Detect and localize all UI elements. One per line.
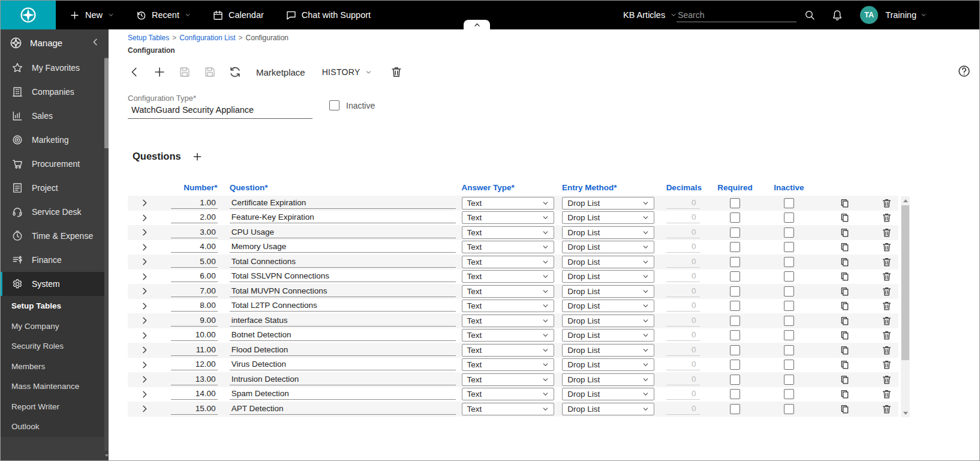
delete-icon[interactable]	[881, 256, 892, 268]
number-field[interactable]: 8.00	[171, 300, 218, 312]
copy-icon[interactable]	[839, 227, 850, 238]
question-field[interactable]: Intrusion Detection	[230, 374, 456, 385]
scroll-down-icon[interactable]	[901, 409, 910, 417]
entry-method-select[interactable]: Drop List	[562, 373, 654, 386]
copy-icon[interactable]	[839, 388, 850, 400]
row-expander[interactable]	[140, 331, 149, 340]
row-expander[interactable]	[140, 345, 149, 355]
sidebar-item-project[interactable]: Project	[1, 176, 109, 200]
required-checkbox[interactable]	[730, 375, 740, 385]
entry-method-select[interactable]: Drop List	[562, 329, 654, 342]
question-field[interactable]: Certificate Expiration	[230, 197, 456, 209]
number-field[interactable]: 10.00	[171, 330, 218, 341]
sidebar-subitem-setup-tables[interactable]: Setup Tables	[1, 296, 109, 316]
copy-icon[interactable]	[839, 374, 850, 385]
number-field[interactable]: 11.00	[171, 345, 218, 356]
breadcrumb-configuration-list[interactable]: Configuration List	[179, 34, 235, 42]
copy-icon[interactable]	[839, 286, 850, 297]
sidebar-item-finance[interactable]: Finance	[1, 248, 109, 272]
save-and-close-button[interactable]	[203, 65, 217, 79]
back-button[interactable]	[128, 65, 141, 79]
question-field[interactable]: Botnet Detection	[230, 330, 456, 341]
entry-method-select[interactable]: Drop List	[562, 315, 654, 327]
inactive-checkbox[interactable]	[784, 375, 794, 385]
copy-icon[interactable]	[839, 197, 850, 209]
inactive-checkbox[interactable]	[784, 257, 794, 267]
answer-type-select[interactable]: Text	[462, 226, 555, 239]
inactive-checkbox[interactable]	[784, 345, 794, 355]
answer-type-select[interactable]: Text	[462, 197, 555, 209]
delete-icon[interactable]	[881, 345, 892, 356]
number-field[interactable]: 3.00	[171, 227, 218, 238]
breadcrumb-setup-tables[interactable]: Setup Tables	[128, 34, 169, 42]
delete-icon[interactable]	[881, 271, 892, 282]
answer-type-select[interactable]: Text	[462, 315, 555, 327]
inactive-checkbox[interactable]	[784, 198, 794, 208]
required-checkbox[interactable]	[730, 345, 740, 355]
row-expander[interactable]	[140, 316, 149, 325]
answer-type-select[interactable]: Text	[462, 373, 555, 386]
delete-icon[interactable]	[881, 197, 892, 209]
table-scrollbar[interactable]	[901, 196, 910, 417]
entry-method-select[interactable]: Drop List	[562, 241, 654, 253]
question-field[interactable]: Total L2TP Connections	[230, 300, 456, 312]
chat-with-support-button[interactable]: Chat with Support	[285, 10, 371, 21]
row-expander[interactable]	[140, 213, 149, 223]
inactive-checkbox[interactable]	[784, 330, 794, 340]
required-checkbox[interactable]	[730, 404, 740, 414]
inactive-checkbox[interactable]	[784, 404, 794, 414]
sidebar-item-marketing[interactable]: Marketing	[1, 128, 109, 152]
delete-icon[interactable]	[881, 359, 892, 370]
entry-method-select[interactable]: Drop List	[562, 358, 654, 371]
answer-type-select[interactable]: Text	[462, 388, 555, 400]
delete-record-button[interactable]	[390, 65, 403, 79]
question-field[interactable]: Feature-Key Expiration	[230, 212, 456, 223]
number-field[interactable]: 7.00	[171, 286, 218, 297]
required-checkbox[interactable]	[730, 360, 740, 370]
required-checkbox[interactable]	[730, 212, 740, 223]
sidebar-subitem-report-writer[interactable]: Report Writer	[1, 397, 109, 417]
collapse-sidebar-button[interactable]	[91, 37, 101, 48]
recent-menu[interactable]: Recent	[136, 10, 191, 21]
row-expander[interactable]	[140, 243, 149, 252]
sidebar-item-time-expense[interactable]: Time & Expense	[1, 224, 109, 248]
question-field[interactable]: Flood Detection	[230, 345, 456, 356]
row-expander[interactable]	[140, 375, 149, 384]
search-icon[interactable]	[804, 9, 816, 21]
required-checkbox[interactable]	[730, 316, 740, 326]
number-field[interactable]: 13.00	[171, 374, 218, 385]
required-checkbox[interactable]	[730, 227, 740, 238]
inactive-checkbox[interactable]	[784, 301, 794, 311]
row-expander[interactable]	[140, 198, 149, 208]
question-field[interactable]: Memory Usage	[230, 241, 456, 253]
copy-icon[interactable]	[839, 315, 850, 327]
delete-icon[interactable]	[881, 300, 892, 312]
required-checkbox[interactable]	[730, 198, 740, 208]
sidebar-item-companies[interactable]: Companies	[1, 80, 109, 104]
delete-icon[interactable]	[881, 403, 892, 415]
delete-icon[interactable]	[881, 315, 892, 327]
inactive-checkbox[interactable]	[784, 271, 794, 282]
number-field[interactable]: 2.00	[171, 212, 218, 223]
answer-type-select[interactable]: Text	[462, 241, 555, 253]
sidebar-subitem-security-roles[interactable]: Security Roles	[1, 336, 109, 357]
row-expander[interactable]	[140, 227, 149, 237]
entry-method-select[interactable]: Drop List	[562, 285, 654, 298]
kb-articles-menu[interactable]: KB Articles	[623, 10, 677, 20]
marketplace-button[interactable]: Marketplace	[256, 67, 305, 77]
configuration-type-field[interactable]: WatchGuard Security Appliance	[128, 104, 312, 119]
answer-type-select[interactable]: Text	[462, 344, 555, 357]
question-field[interactable]: Virus Detection	[230, 359, 456, 370]
number-field[interactable]: 9.00	[171, 315, 218, 327]
sidebar-item-procurement[interactable]: Procurement	[1, 152, 109, 176]
row-expander[interactable]	[140, 286, 149, 296]
answer-type-select[interactable]: Text	[462, 358, 555, 371]
copy-icon[interactable]	[839, 403, 850, 415]
answer-type-select[interactable]: Text	[462, 270, 555, 283]
sidebar-item-my-favorites[interactable]: My Favorites	[1, 56, 109, 80]
copy-icon[interactable]	[839, 359, 850, 370]
notifications-bell-icon[interactable]	[831, 9, 843, 21]
answer-type-select[interactable]: Text	[462, 211, 555, 224]
sidebar-item-sales[interactable]: Sales	[1, 104, 109, 128]
inactive-checkbox[interactable]	[784, 212, 794, 223]
